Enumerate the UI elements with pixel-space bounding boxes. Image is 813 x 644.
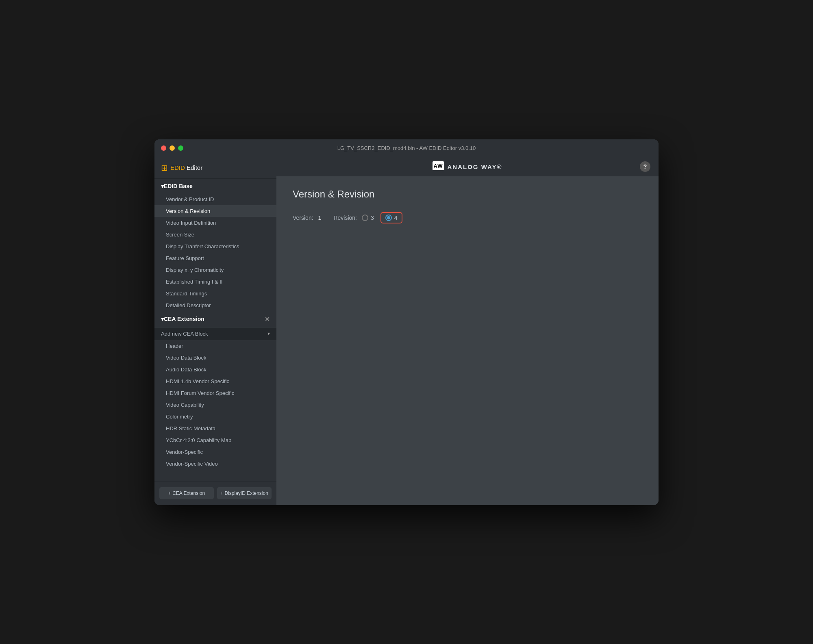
add-cea-block-selector[interactable]: Add new CEA Block ▾ bbox=[154, 327, 276, 340]
fields-row: Version: 1 Revision: 3 bbox=[293, 212, 642, 223]
help-button[interactable]: ? bbox=[640, 161, 650, 172]
logo-icon: ⊞ bbox=[161, 163, 168, 173]
panel-title: Version & Revision bbox=[293, 189, 642, 200]
edid-base-section-header[interactable]: ▾ EDID Base bbox=[154, 179, 276, 193]
sidebar-item-established-timing[interactable]: Established Timing I & II bbox=[154, 276, 276, 288]
revision-option-3[interactable]: 3 bbox=[362, 215, 374, 221]
displayid-extension-button[interactable]: + DisplayID Extension bbox=[217, 487, 272, 499]
main-panel: Version & Revision Version: 1 Revision: … bbox=[276, 176, 659, 505]
aw-logo-icon: AW bbox=[433, 161, 444, 172]
sidebar-item-vendor-specific-video[interactable]: Vendor-Specific Video bbox=[154, 458, 276, 470]
sidebar-item-feature-support[interactable]: Feature Support bbox=[154, 252, 276, 264]
version-label: Version: bbox=[293, 215, 313, 221]
cea-dropdown-arrow-icon: ▾ bbox=[267, 331, 270, 336]
maximize-button[interactable] bbox=[178, 145, 183, 151]
sidebar-item-video-input[interactable]: Video Input Definition bbox=[154, 217, 276, 229]
sidebar-item-vendor-specific[interactable]: Vendor-Specific bbox=[154, 446, 276, 458]
sidebar-item-hdr-static[interactable]: HDR Static Metadata bbox=[154, 423, 276, 434]
version-value: 1 bbox=[318, 215, 322, 221]
add-cea-block-label: Add new CEA Block bbox=[161, 331, 208, 337]
edid-base-label: EDID Base bbox=[164, 183, 193, 189]
logo-text: EDID Editor bbox=[170, 164, 202, 171]
sidebar-item-display-transfer[interactable]: Display Tranfert Characteristics bbox=[154, 241, 276, 252]
analog-way-label: ANALOG WAY® bbox=[447, 163, 502, 170]
window-title: LG_TV_SSCR2_EDID_mod4.bin - AW EDID Edit… bbox=[337, 145, 476, 151]
revision-field-group: Revision: 3 4 bbox=[333, 212, 402, 223]
sidebar-item-colorimetry[interactable]: Colorimetry bbox=[154, 411, 276, 423]
close-button[interactable] bbox=[161, 145, 166, 151]
analog-way-logo: AW ANALOG WAY® bbox=[433, 161, 502, 172]
sidebar-item-chromaticity[interactable]: Display x, y Chromaticity bbox=[154, 264, 276, 276]
revision-radio-3-label: 3 bbox=[371, 215, 374, 221]
sidebar-item-header[interactable]: Header bbox=[154, 340, 276, 352]
cea-extension-section-header[interactable]: ▾ CEA Extension ✕ bbox=[154, 311, 276, 327]
revision-radio-3-circle bbox=[362, 215, 368, 221]
sidebar-item-audio-data-block[interactable]: Audio Data Block bbox=[154, 364, 276, 375]
titlebar: LG_TV_SSCR2_EDID_mod4.bin - AW EDID Edit… bbox=[154, 139, 659, 157]
main-content: AW ANALOG WAY® ? Version & Revision Vers… bbox=[276, 157, 659, 505]
sidebar-item-screen-size[interactable]: Screen Size bbox=[154, 229, 276, 241]
main-topbar: AW ANALOG WAY® ? bbox=[276, 157, 659, 176]
sidebar-item-hdmi-14b[interactable]: HDMI 1.4b Vendor Specific bbox=[154, 375, 276, 387]
revision-radio-4-circle bbox=[385, 215, 392, 221]
cea-extension-button[interactable]: + CEA Extension bbox=[159, 487, 214, 499]
sidebar-logo: ⊞ EDID Editor bbox=[154, 157, 276, 179]
app-body: ⊞ EDID Editor ▾ EDID Base Vendor & Produ… bbox=[154, 157, 659, 505]
sidebar-item-video-capability[interactable]: Video Capability bbox=[154, 399, 276, 411]
sidebar-item-video-data-block[interactable]: Video Data Block bbox=[154, 352, 276, 364]
window-controls bbox=[161, 145, 183, 151]
sidebar-item-ycbcr[interactable]: YCbCr 4:2:0 Capability Map bbox=[154, 434, 276, 446]
cea-extension-arrow: ▾ bbox=[161, 316, 164, 322]
sidebar-item-hdmi-forum[interactable]: HDMI Forum Vendor Specific bbox=[154, 387, 276, 399]
sidebar-item-detailed-descriptor[interactable]: Detailed Descriptor bbox=[154, 299, 276, 311]
sidebar-item-standard-timings[interactable]: Standard Timings bbox=[154, 288, 276, 299]
sidebar-footer: + CEA Extension + DisplayID Extension bbox=[154, 481, 276, 505]
sidebar: ⊞ EDID Editor ▾ EDID Base Vendor & Produ… bbox=[154, 157, 276, 505]
minimize-button[interactable] bbox=[170, 145, 175, 151]
sidebar-item-vendor-product[interactable]: Vendor & Product ID bbox=[154, 193, 276, 205]
cea-extension-label: CEA Extension bbox=[164, 316, 204, 322]
revision-radio-group: 3 4 bbox=[362, 212, 402, 223]
revision-option-4: 4 bbox=[385, 215, 398, 221]
cea-extension-close-icon[interactable]: ✕ bbox=[265, 315, 270, 323]
sidebar-item-version-revision[interactable]: Version & Revision bbox=[154, 205, 276, 217]
svg-text:AW: AW bbox=[434, 163, 443, 169]
revision-label: Revision: bbox=[333, 215, 357, 221]
revision-option-4-box[interactable]: 4 bbox=[380, 212, 402, 223]
app-window: LG_TV_SSCR2_EDID_mod4.bin - AW EDID Edit… bbox=[154, 139, 659, 505]
version-field-group: Version: 1 bbox=[293, 215, 321, 221]
edid-base-arrow: ▾ bbox=[161, 183, 164, 189]
revision-radio-4-label: 4 bbox=[394, 215, 398, 221]
